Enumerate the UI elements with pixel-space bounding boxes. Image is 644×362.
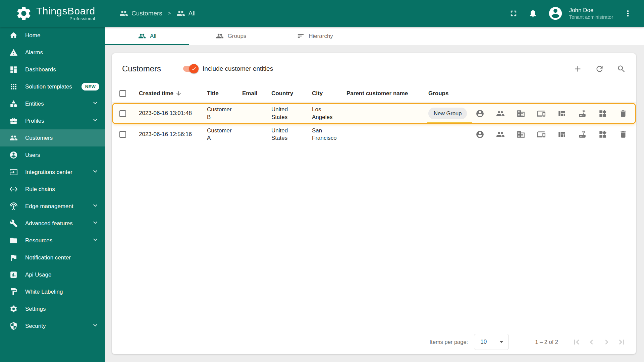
- security-shield-icon: [9, 322, 18, 330]
- manage-customers-icon: [496, 130, 505, 139]
- manage-assets-button[interactable]: [517, 130, 525, 139]
- sidebar-item-security[interactable]: Security: [0, 317, 105, 335]
- row-checkbox[interactable]: [119, 110, 126, 117]
- last-page-button[interactable]: [617, 337, 627, 347]
- refresh-button[interactable]: [595, 64, 604, 73]
- sidebar-item-settings[interactable]: Settings: [0, 300, 105, 317]
- tab-hierarchy[interactable]: Hierarchy: [273, 27, 357, 45]
- sidebar-item-white-labeling[interactable]: White Labeling: [0, 283, 105, 300]
- manage-devices-button[interactable]: [537, 109, 546, 118]
- sidebar-item-integrations-center[interactable]: Integrations center: [0, 164, 105, 181]
- delete-button[interactable]: [619, 130, 628, 139]
- column-header-country[interactable]: Country: [266, 90, 307, 97]
- sidebar-item-advanced-features[interactable]: Advanced features: [0, 215, 105, 232]
- column-header-parent-customer-name[interactable]: Parent customer name: [341, 90, 423, 97]
- users-icon: [9, 151, 18, 159]
- parent-customer-cell: [341, 111, 423, 116]
- sidebar: Home Alarms Dashboards Solution template…: [0, 27, 105, 362]
- user-role: Tenant administrator: [569, 14, 613, 20]
- manage-entity-views-button[interactable]: [557, 109, 566, 118]
- column-header-city[interactable]: City: [307, 90, 341, 97]
- search-button[interactable]: [617, 64, 626, 73]
- column-header-groups[interactable]: Groups: [423, 90, 476, 97]
- manage-users-icon: [476, 130, 484, 139]
- column-header-title[interactable]: Title: [202, 90, 237, 97]
- manage-customers-button[interactable]: [496, 109, 505, 118]
- first-page-button[interactable]: [572, 337, 581, 347]
- delete-button[interactable]: [619, 109, 628, 118]
- user-menu-button[interactable]: [623, 9, 633, 18]
- tab-groups[interactable]: Groups: [189, 27, 273, 45]
- user-info: John Doe Tenant administrator: [569, 7, 613, 20]
- chevron-down-icon: [91, 99, 99, 109]
- sidebar-item-dashboards[interactable]: Dashboards: [0, 61, 105, 78]
- sidebar-item-profiles[interactable]: Profiles: [0, 112, 105, 129]
- items-per-page-select[interactable]: 10: [474, 334, 509, 350]
- manage-assets-icon: [517, 109, 525, 118]
- api-usage-icon: [9, 270, 18, 279]
- sidebar-item-users[interactable]: Users: [0, 146, 105, 164]
- include-customer-entities-toggle[interactable]: [183, 66, 197, 72]
- avatar[interactable]: [548, 6, 563, 21]
- notifications-button[interactable]: [528, 9, 538, 18]
- sidebar-item-api-usage[interactable]: Api Usage: [0, 266, 105, 283]
- manage-users-button[interactable]: [476, 109, 484, 118]
- manage-edges-button[interactable]: [578, 130, 587, 139]
- sidebar-item-entities[interactable]: Entities: [0, 95, 105, 112]
- breadcrumb: Customers > All: [119, 9, 196, 18]
- row-actions: [476, 109, 636, 118]
- sort-descending-icon: [175, 90, 182, 97]
- user-name: John Doe: [569, 7, 613, 14]
- chevron-down-icon: [91, 236, 99, 245]
- row-checkbox[interactable]: [119, 131, 126, 138]
- sidebar-item-alarms[interactable]: Alarms: [0, 44, 105, 61]
- group-chip[interactable]: New Group: [428, 108, 467, 119]
- customers-table-card: Customers Include customer entities: [112, 53, 636, 354]
- sidebar-item-customers[interactable]: Customers: [0, 129, 105, 146]
- tab-all[interactable]: All: [105, 27, 189, 45]
- manage-edges-button[interactable]: [578, 109, 587, 118]
- manage-devices-icon: [537, 130, 546, 139]
- column-header-email[interactable]: Email: [237, 90, 266, 97]
- resources-icon: [9, 236, 18, 245]
- sidebar-item-notification-center[interactable]: Notification center: [0, 249, 105, 266]
- sidebar-item-solution-templates[interactable]: Solution templates NEW: [0, 78, 105, 95]
- settings-gear-icon: [9, 305, 18, 313]
- refresh-icon: [595, 64, 604, 73]
- next-page-button[interactable]: [602, 337, 611, 347]
- select-all-checkbox[interactable]: [119, 90, 126, 97]
- created-time-cell: 2023-06-16 12:56:16: [133, 128, 202, 141]
- manage-entity-views-icon: [557, 130, 566, 139]
- column-header-created-time[interactable]: Created time: [133, 90, 202, 97]
- page-title: Customers: [122, 64, 161, 73]
- previous-page-button[interactable]: [587, 337, 596, 347]
- row-actions: [476, 130, 636, 139]
- brand-subtitle: Professional: [69, 16, 95, 21]
- manage-entity-views-button[interactable]: [557, 130, 566, 139]
- toggle-label: Include customer entities: [203, 65, 273, 72]
- manage-assets-button[interactable]: [517, 109, 525, 118]
- fullscreen-button[interactable]: [509, 9, 518, 18]
- sidebar-item-resources[interactable]: Resources: [0, 232, 105, 249]
- table-row-customer-a[interactable]: 2023-06-16 12:56:16 Customer A United St…: [112, 124, 636, 145]
- app-logo[interactable]: ThingsBoard Professional: [0, 5, 105, 22]
- manage-devices-button[interactable]: [537, 130, 546, 139]
- page-background: Customers Include customer entities: [105, 45, 644, 362]
- manage-dashboards-button[interactable]: [598, 109, 607, 118]
- sidebar-item-edge-management[interactable]: Edge management: [0, 198, 105, 215]
- breadcrumb-customers[interactable]: Customers: [119, 9, 162, 18]
- sidebar-item-rule-chains[interactable]: Rule chains: [0, 181, 105, 198]
- thingsboard-logo-icon: [15, 5, 32, 22]
- breadcrumb-all[interactable]: All: [176, 9, 196, 18]
- more-vertical-icon: [623, 9, 633, 18]
- table-row-customer-b[interactable]: 2023-06-16 13:01:48 Customer B United St…: [112, 103, 636, 124]
- manage-dashboards-button[interactable]: [598, 130, 607, 139]
- add-customer-button[interactable]: [573, 64, 582, 73]
- manage-customers-button[interactable]: [496, 130, 505, 139]
- breadcrumb-label: Customers: [131, 10, 162, 17]
- city-cell: San Francisco: [307, 124, 341, 144]
- notifications-bell-icon: [528, 9, 538, 18]
- manage-users-button[interactable]: [476, 130, 484, 139]
- manage-dashboards-icon: [598, 109, 607, 118]
- sidebar-item-home[interactable]: Home: [0, 27, 105, 44]
